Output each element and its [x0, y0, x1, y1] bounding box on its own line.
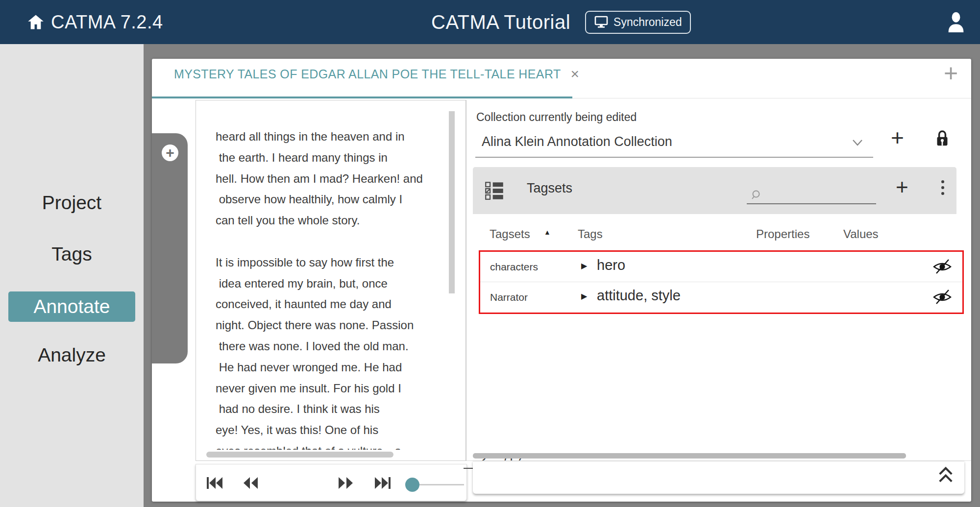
tagset-name: characters — [490, 261, 538, 273]
text-line: heard all things in the heaven and in — [216, 130, 423, 151]
sidebar-item-tags[interactable]: Tags — [0, 243, 144, 265]
tagset-row-narrator[interactable]: Narrator ▶ attitude, style — [480, 282, 962, 312]
text-line: eye! Yes, it was this! One of his — [216, 423, 423, 444]
text-line — [216, 235, 423, 256]
text-line: It is impossible to say how first the — [216, 256, 423, 277]
add-tagset-button[interactable]: + — [896, 176, 908, 198]
main-nav-sidebar: Project Tags Annotate Analyze — [0, 44, 144, 507]
page-navigation-bar: /17 — [196, 464, 467, 501]
highlighted-tagset-rows: characters ▶ hero Narrator ▶ attitude, s… — [479, 250, 964, 314]
sidebar-item-analyze[interactable]: Analyze — [0, 344, 144, 366]
drawer-expand-button[interactable]: + — [162, 145, 178, 161]
collapse-panel-icon[interactable] — [936, 465, 955, 487]
top-header-bar: CATMA 7.2.4 CATMA Tutorial Synchronized — [0, 0, 980, 44]
tagsets-search-input[interactable] — [747, 189, 876, 204]
tabbar-divider — [572, 98, 971, 98]
chevron-down-icon[interactable] — [852, 139, 863, 146]
sort-ascending-icon[interactable]: ▲ — [544, 228, 551, 236]
text-line: night. Object there was none. Passion — [216, 318, 423, 339]
text-line: had no desire. I think it was his — [216, 402, 423, 423]
expand-row-icon[interactable]: ▶ — [581, 261, 587, 270]
panel-divider — [466, 100, 466, 461]
text-line: can tell you the whole story. — [216, 214, 423, 235]
page-slider-track[interactable] — [414, 484, 464, 485]
add-collection-button[interactable]: + — [891, 126, 904, 149]
visibility-off-icon[interactable] — [932, 289, 952, 305]
sidebar-item-annotate[interactable]: Annotate — [8, 291, 135, 322]
visibility-off-icon[interactable] — [932, 259, 952, 274]
document-tab[interactable]: MYSTERY TALES OF EDGAR ALLAN POE THE TEL… — [174, 67, 579, 81]
user-account-icon[interactable] — [948, 12, 964, 32]
first-page-button[interactable] — [206, 477, 224, 489]
last-page-button[interactable] — [373, 477, 391, 489]
lock-icon[interactable] — [935, 129, 949, 147]
tag-names: attitude, style — [597, 288, 681, 304]
kebab-menu-icon[interactable] — [941, 180, 944, 195]
text-line: idea entered my brain, but, once — [216, 277, 423, 298]
next-page-button[interactable] — [338, 477, 354, 489]
text-line: never given me insult. For his gold I — [216, 382, 423, 403]
app-home-link[interactable]: CATMA 7.2.4 — [27, 0, 163, 44]
active-tab-underline — [152, 97, 572, 98]
header-center-group: CATMA Tutorial Synchronized — [431, 0, 691, 44]
text-line: the earth. I heard many things in — [216, 151, 423, 172]
tagset-name: Narrator — [490, 291, 528, 303]
monitor-icon — [594, 16, 608, 28]
collection-label: Collection currently being edited — [476, 111, 637, 124]
collection-select[interactable]: Alina Klein Annotation Collection — [482, 134, 672, 149]
tagsets-horizontal-scrollbar-thumb[interactable] — [473, 453, 906, 459]
project-title: CATMA Tutorial — [431, 11, 570, 33]
document-text: heard all things in the heaven and in th… — [216, 130, 423, 461]
close-tab-icon[interactable]: × — [571, 67, 580, 81]
application-window: CATMA 7.2.4 CATMA Tutorial Synchronized … — [0, 0, 980, 507]
text-line: observe how healthily, how calmly I — [216, 193, 423, 214]
horizontal-scrollbar-thumb[interactable] — [206, 452, 393, 458]
horizontal-scrollbar — [196, 450, 448, 461]
text-line: He had never wronged me. He had — [216, 361, 423, 382]
tag-names: hero — [597, 257, 625, 273]
column-header-tagsets[interactable]: Tagsets — [490, 227, 530, 241]
tagsets-panel-footer — [473, 461, 964, 494]
text-line: conceived, it haunted me day and — [216, 297, 423, 318]
home-icon — [27, 14, 44, 30]
tagsets-panel-title: Tagsets — [527, 181, 572, 196]
column-header-tags[interactable]: Tags — [578, 227, 603, 241]
collection-select-underline — [475, 157, 873, 158]
add-document-button[interactable]: + — [944, 61, 958, 85]
document-text-panel[interactable]: heard all things in the heaven and in th… — [196, 100, 466, 461]
previous-page-button[interactable] — [243, 477, 259, 489]
expand-row-icon[interactable]: ▶ — [581, 291, 587, 301]
tagsets-list-icon — [485, 181, 504, 200]
synchronized-label: Synchronized — [613, 16, 682, 29]
document-tab-title: MYSTERY TALES OF EDGAR ALLAN POE THE TEL… — [174, 67, 561, 81]
column-header-values[interactable]: Values — [843, 227, 879, 241]
column-header-properties[interactable]: Properties — [756, 227, 809, 241]
text-line: hell. How then am I mad? Hearken! and — [216, 172, 423, 193]
tagset-row-characters[interactable]: characters ▶ hero — [480, 252, 962, 282]
text-line: there was none. I loved the old man. — [216, 339, 423, 361]
tagsets-panel-header: Tagsets + — [473, 167, 956, 214]
page-slider-knob[interactable] — [405, 478, 419, 492]
vertical-scrollbar-thumb[interactable] — [449, 111, 455, 293]
app-title: CATMA 7.2.4 — [51, 12, 163, 33]
sidebar-item-project[interactable]: Project — [0, 192, 144, 214]
synchronized-button[interactable]: Synchronized — [585, 11, 691, 34]
annotation-details-drawer[interactable]: + — [152, 133, 188, 363]
